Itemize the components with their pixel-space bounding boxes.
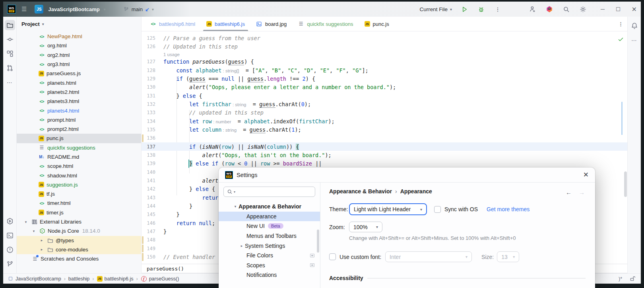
- pull-requests-tool-icon[interactable]: [5, 63, 15, 73]
- code-line-129[interactable]: 129 if (guess === null || guess.length !…: [142, 74, 627, 83]
- settings-dialog-titlebar[interactable]: WSEAP Settings ✕: [219, 167, 595, 183]
- minimize-button[interactable]: ─: [601, 6, 605, 12]
- tree-item-timer-js[interactable]: JStimer.js: [17, 208, 141, 217]
- project-panel-header[interactable]: Project ▾: [17, 17, 141, 31]
- tree-item-readme-md[interactable]: M↓README.md: [17, 152, 141, 162]
- chevron-right-icon[interactable]: ▸: [239, 244, 245, 248]
- structure-tool-icon[interactable]: [5, 49, 15, 59]
- settings-item-scopes[interactable]: Scopes: [219, 261, 320, 270]
- settings-item-new-ui[interactable]: New UIBeta: [219, 221, 320, 231]
- search-everywhere-icon[interactable]: [562, 5, 570, 14]
- tab-battleship6-js[interactable]: JSbattleship6.js: [201, 17, 250, 31]
- get-more-themes-link[interactable]: Get more themes: [487, 206, 530, 212]
- chevron-down-icon[interactable]: ▾: [232, 204, 239, 208]
- tree-item-planets3-html[interactable]: <>planets3.html: [17, 97, 141, 106]
- theme-select[interactable]: Light with Light Header ▾: [349, 203, 427, 215]
- code-line-137[interactable]: 137 if (isNaN(row) || isNaN(column)) {: [142, 142, 627, 151]
- version-control-tool-icon[interactable]: [5, 259, 15, 269]
- close-button[interactable]: ✕: [632, 6, 637, 13]
- code-line-136[interactable]: 136: [142, 134, 627, 142]
- zoom-select[interactable]: 100% ▾: [349, 222, 382, 232]
- code-line-130[interactable]: 130 alert("Oops, please enter a letter a…: [142, 83, 627, 91]
- tree-item-scope-html[interactable]: <>scope.html: [17, 162, 141, 171]
- settings-item-appearance-behavior[interactable]: ▾Appearance & Behavior: [219, 202, 320, 212]
- tree-item-prompt2-html[interactable]: <>prompt2.html: [17, 125, 141, 134]
- tab-quickfix-suggestions[interactable]: ☰quickfix suggestions: [292, 17, 359, 31]
- tree-item-org3-html[interactable]: <>org3.html: [17, 60, 141, 69]
- code-line-138[interactable]: 138 alert("Oops, that isn't on the board…: [142, 151, 627, 159]
- breadcrumb-parseguess-[interactable]: parseGuess(): [149, 276, 179, 282]
- chevron-right-icon[interactable]: ▸: [39, 247, 45, 251]
- unlock-icon[interactable]: [629, 276, 635, 282]
- code-line-126[interactable]: 126// Updated in this step: [142, 42, 627, 51]
- tree-item-punc-js[interactable]: JSpunc.js: [17, 134, 141, 143]
- tree-item-timer-html[interactable]: <>timer.html: [17, 198, 141, 208]
- settings-search-input[interactable]: ▾: [223, 187, 315, 197]
- tree-item-node-js-core[interactable]: ▾sNode.js Core18.14.0: [17, 226, 141, 235]
- main-menu-icon[interactable]: ☰: [21, 6, 27, 13]
- use-custom-font-checkbox[interactable]: [329, 253, 336, 260]
- settings-close-icon[interactable]: ✕: [583, 171, 589, 179]
- tree-item-scratches-and-consoles[interactable]: ☰Scratches and Consoles: [17, 254, 141, 263]
- project-chevron-icon[interactable]: ▾: [104, 7, 106, 12]
- tree-item-shadow-html[interactable]: <>shadow.html: [17, 171, 141, 180]
- tree-item-suggestion-js[interactable]: JSsuggestion.js: [17, 180, 141, 189]
- debug-button[interactable]: [477, 5, 485, 14]
- tab-punc-js[interactable]: JSpunc.js: [359, 17, 395, 31]
- sync-with-os-checkbox[interactable]: [434, 206, 441, 213]
- tree-item-planets4-html[interactable]: <>planets4.html: [17, 106, 141, 115]
- run-button[interactable]: [460, 5, 469, 14]
- code-line-131[interactable]: 131 } else {: [142, 91, 627, 100]
- code-inlay-usages[interactable]: 1 usage: [142, 51, 627, 58]
- run-configuration-select[interactable]: Current File ▾: [419, 6, 452, 12]
- tab-battleship6-html[interactable]: <>battleship6.html: [144, 17, 201, 31]
- branch-widget[interactable]: main ↙ ▾: [123, 6, 154, 12]
- editor-scrollbar[interactable]: [624, 171, 627, 197]
- breadcrumb-javascriptbootcamp[interactable]: JavaScriptBootcamp: [16, 276, 61, 282]
- problems-tool-icon[interactable]: [5, 245, 15, 255]
- inspection-ok-icon[interactable]: [618, 36, 624, 43]
- settings-tree-scrollbar[interactable]: [317, 230, 319, 253]
- tree-item-parseguess-js[interactable]: JSparseGuess.js: [17, 69, 141, 78]
- more-actions-icon[interactable]: ⋮: [493, 5, 502, 14]
- history-back-icon[interactable]: ←: [566, 189, 572, 196]
- settings-gear-icon[interactable]: [578, 5, 587, 14]
- tree-item-external-libraries[interactable]: ▾External Libraries: [17, 217, 141, 226]
- custom-font-select[interactable]: Inter ▾: [385, 251, 472, 262]
- chevron-down-icon[interactable]: ▾: [23, 220, 29, 224]
- code-line-139[interactable]: 139 } else if (row < 0 || row >= boardSi…: [142, 160, 627, 168]
- code-line-132[interactable]: 132 let firstChar : string = guess.charA…: [142, 100, 627, 108]
- settings-item-appearance[interactable]: Appearance: [219, 212, 320, 222]
- tree-item-org-html[interactable]: <>org.html: [17, 41, 141, 50]
- tree-item-prompt-html[interactable]: <>prompt.html: [17, 115, 141, 125]
- tree-item-quickfix-suggestions[interactable]: ☰quickfix suggestions: [17, 143, 141, 152]
- project-tool-icon[interactable]: [5, 20, 15, 30]
- tab-list-more-icon[interactable]: ⋮: [618, 17, 623, 31]
- run-anything-tool-icon[interactable]: [5, 216, 15, 226]
- tree-item-tf-js[interactable]: JStf.js: [17, 189, 141, 198]
- more-tools-icon[interactable]: ⋯: [5, 77, 15, 88]
- settings-item-menus-and-toolbars[interactable]: Menus and Toolbars: [219, 231, 320, 241]
- history-forward-icon[interactable]: →: [579, 189, 585, 196]
- tree-item-core-modules[interactable]: ▸core-modules: [17, 245, 141, 254]
- tree-item-planets-html[interactable]: <>planets.html: [17, 78, 141, 87]
- code-line-134[interactable]: 134 let row : number = alphabet.indexOf(…: [142, 117, 627, 125]
- code-with-me-icon[interactable]: [528, 5, 537, 14]
- search-history-chevron-icon[interactable]: ▾: [234, 190, 235, 194]
- code-line-127[interactable]: 127function parseGuess(guess) {: [142, 58, 627, 66]
- settings-item-system-settings[interactable]: ▸System Settings: [219, 241, 320, 251]
- code-line-133[interactable]: 133 // updated in this step: [142, 109, 627, 117]
- chevron-right-icon[interactable]: ▸: [39, 238, 45, 242]
- tree-item-planets2-html[interactable]: <>planets2.html: [17, 88, 141, 97]
- code-line-135[interactable]: 135 let column : string = guess.charAt(1…: [142, 125, 627, 134]
- font-size-select[interactable]: 13 ▾: [497, 251, 519, 262]
- chevron-down-icon[interactable]: ▾: [31, 229, 37, 233]
- maximize-button[interactable]: ☐: [616, 6, 621, 12]
- breadcrumb-battleship6-js[interactable]: battleship6.js: [105, 276, 134, 282]
- notifications-bell-icon[interactable]: [629, 21, 640, 31]
- tree-item-org2-html[interactable]: <>org2.html: [17, 51, 141, 60]
- code-line-128[interactable]: 128 const alphabet : string[] = ["A", "B…: [142, 66, 627, 74]
- tree-item--types[interactable]: ▸@types: [17, 236, 141, 245]
- breadcrumb-parent[interactable]: Appearance & Behavior: [329, 188, 392, 195]
- more-right-tools-icon[interactable]: ⋯: [629, 35, 640, 45]
